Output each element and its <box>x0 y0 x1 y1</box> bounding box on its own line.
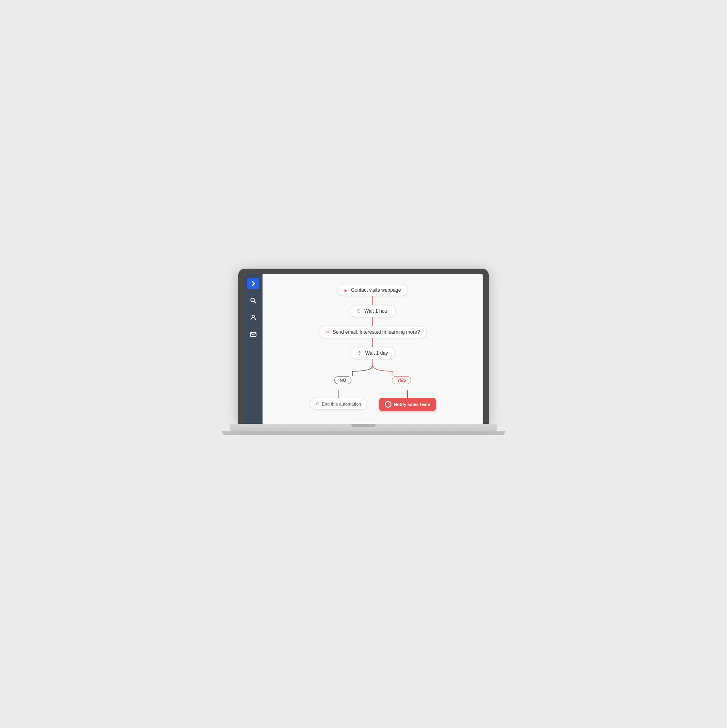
branch-lines <box>316 359 429 376</box>
yes-connector <box>407 390 408 398</box>
scene: Contact visits webpage Wait 1 hour S <box>222 269 505 435</box>
connector-2 <box>372 317 373 326</box>
wait1-label: Wait 1 hour <box>364 308 389 314</box>
laptop-base <box>230 424 497 431</box>
mail-icon-node <box>326 329 329 335</box>
notify-sales-label: Notify sales team <box>394 402 430 407</box>
no-connector <box>338 390 339 398</box>
clock-icon-2 <box>357 350 362 356</box>
svg-rect-3 <box>250 332 256 337</box>
branch-container: NO YES End this automation <box>310 359 436 411</box>
branch-labels: NO YES <box>334 376 412 384</box>
branch-actions: End this automation ! Notify sales team <box>310 390 436 411</box>
no-branch: End this automation <box>310 390 367 410</box>
person-icon <box>250 314 256 321</box>
ban-icon <box>316 401 319 406</box>
svg-point-2 <box>252 315 254 318</box>
sidebar-item-mail[interactable] <box>247 329 259 340</box>
main-content: Contact visits webpage Wait 1 hour S <box>263 274 483 424</box>
cursor-icon <box>345 287 348 293</box>
search-icon <box>250 297 256 304</box>
laptop-lid: Contact visits webpage Wait 1 hour S <box>238 269 489 424</box>
wait1-node[interactable]: Wait 1 hour <box>350 305 396 317</box>
wait2-node[interactable]: Wait 1 day <box>351 347 395 359</box>
connector-1 <box>372 296 373 305</box>
sidebar <box>244 274 263 424</box>
yes-branch: ! Notify sales team <box>379 390 436 411</box>
trigger-node[interactable]: Contact visits webpage <box>338 284 408 296</box>
notify-sales-node[interactable]: ! Notify sales team <box>379 398 436 411</box>
yes-label: YES <box>392 376 411 384</box>
no-label: NO <box>334 376 352 384</box>
branch-svg <box>316 359 429 376</box>
chevron-right-icon <box>250 280 256 287</box>
screen: Contact visits webpage Wait 1 hour S <box>244 274 483 424</box>
mail-icon <box>250 331 256 338</box>
wait2-label: Wait 1 day <box>365 350 388 356</box>
laptop-foot <box>222 431 505 435</box>
sidebar-item-home[interactable] <box>247 278 259 289</box>
alert-icon: ! <box>385 401 391 408</box>
end-automation-node[interactable]: End this automation <box>310 398 367 410</box>
send-email-label: Send email: Interested in learning more? <box>332 329 420 335</box>
flow-diagram: Contact visits webpage Wait 1 hour S <box>310 284 436 411</box>
end-automation-label: End this automation <box>322 402 361 406</box>
svg-line-1 <box>254 301 256 303</box>
connector-3 <box>372 338 373 347</box>
send-email-node[interactable]: Send email: Interested in learning more? <box>319 326 427 338</box>
sidebar-item-contacts[interactable] <box>247 312 259 323</box>
sidebar-item-search[interactable] <box>247 295 259 306</box>
trigger-label: Contact visits webpage <box>351 287 401 293</box>
clock-icon-1 <box>357 308 361 314</box>
laptop-notch <box>351 424 376 427</box>
